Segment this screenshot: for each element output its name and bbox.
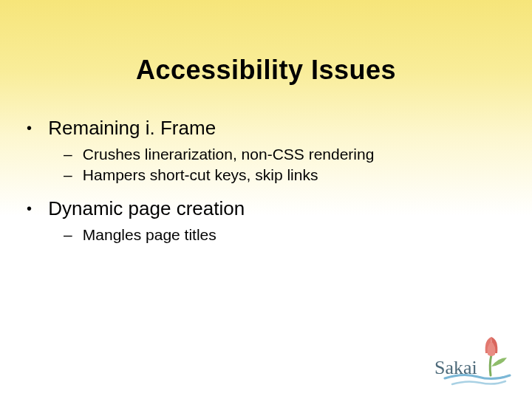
slide-body: Remaining i. Frame Crushes linerarizatio… bbox=[0, 86, 532, 244]
slide: Accessibility Issues Remaining i. Frame … bbox=[0, 0, 532, 399]
list-item-label: Remaining i. Frame bbox=[48, 117, 216, 139]
logo-text: Sakai bbox=[434, 357, 477, 378]
list-item: Crushes linerarization, non-CSS renderin… bbox=[64, 146, 507, 163]
sakai-logo: Sakai bbox=[430, 332, 519, 392]
list-item: Dynamic page creation Mangles page title… bbox=[25, 197, 507, 244]
slide-title: Accessibility Issues bbox=[0, 0, 532, 86]
list-item: Remaining i. Frame Crushes linerarizatio… bbox=[25, 117, 507, 184]
sub-bullet-list: Mangles page titles bbox=[25, 226, 507, 244]
list-item-label: Hampers short-cut keys, skip links bbox=[83, 166, 318, 183]
list-item: Hampers short-cut keys, skip links bbox=[64, 166, 507, 184]
list-item-label: Crushes linerarization, non-CSS renderin… bbox=[83, 146, 375, 163]
bullet-list: Remaining i. Frame Crushes linerarizatio… bbox=[25, 117, 507, 244]
list-item-label: Mangles page titles bbox=[83, 226, 216, 243]
list-item: Mangles page titles bbox=[64, 226, 507, 244]
sub-bullet-list: Crushes linerarization, non-CSS renderin… bbox=[25, 146, 507, 184]
list-item-label: Dynamic page creation bbox=[48, 197, 245, 219]
